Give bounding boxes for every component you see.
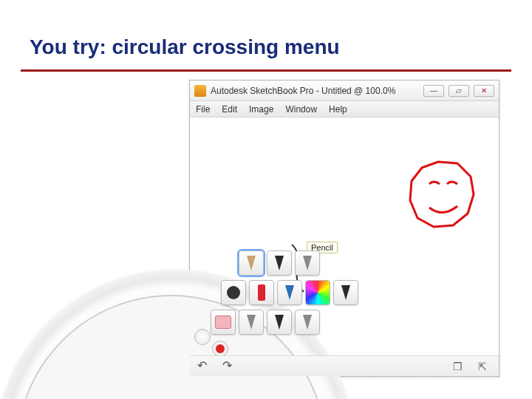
menu-image[interactable]: Image	[243, 101, 279, 117]
menu-file[interactable]: File	[190, 101, 216, 117]
drawing-canvas[interactable]: Pencil	[190, 117, 499, 376]
menu-help[interactable]: Help	[323, 101, 353, 117]
undo-icon[interactable]	[197, 360, 211, 373]
user-sketch	[400, 154, 481, 236]
hard-pencil-tile[interactable]	[267, 250, 292, 276]
pencil-tile[interactable]	[239, 250, 264, 276]
round-brush-tile[interactable]	[221, 280, 246, 305]
window-title: Autodesk SketchBook Pro - Untitled @ 100…	[211, 86, 395, 96]
app-window: Autodesk SketchBook Pro - Untitled @ 100…	[189, 80, 499, 377]
marker-tile[interactable]	[249, 280, 274, 305]
brush-pen-tile[interactable]	[295, 310, 320, 335]
maximize-button[interactable]: ▱	[449, 85, 469, 97]
redo-icon[interactable]	[222, 360, 236, 373]
eraser-tile[interactable]	[211, 310, 236, 335]
chisel-tile[interactable]	[239, 310, 264, 335]
bottom-toolbar	[190, 355, 499, 376]
fine-tip-tile[interactable]	[333, 280, 358, 305]
slide-title: You try: circular crossing menu	[30, 35, 340, 59]
export-icon[interactable]	[478, 360, 491, 373]
palette-dot-button[interactable]	[194, 329, 211, 345]
title-underline	[21, 69, 511, 72]
menubar: File Edit Image Window Help	[190, 101, 499, 117]
record-dot-button[interactable]	[212, 341, 228, 357]
close-button[interactable]: ✕	[474, 85, 494, 97]
color-wheel-tile[interactable]	[305, 280, 330, 305]
app-icon	[194, 85, 206, 97]
titlebar[interactable]: Autodesk SketchBook Pro - Untitled @ 100…	[190, 81, 499, 101]
layers-icon[interactable]	[453, 360, 466, 373]
minimize-button[interactable]: —	[423, 85, 444, 97]
soft-pencil-tile[interactable]	[295, 250, 320, 276]
blue-brush-tile[interactable]	[277, 280, 302, 305]
menu-edit[interactable]: Edit	[216, 101, 243, 117]
menu-window[interactable]: Window	[279, 101, 323, 117]
ink-tile[interactable]	[267, 310, 292, 335]
